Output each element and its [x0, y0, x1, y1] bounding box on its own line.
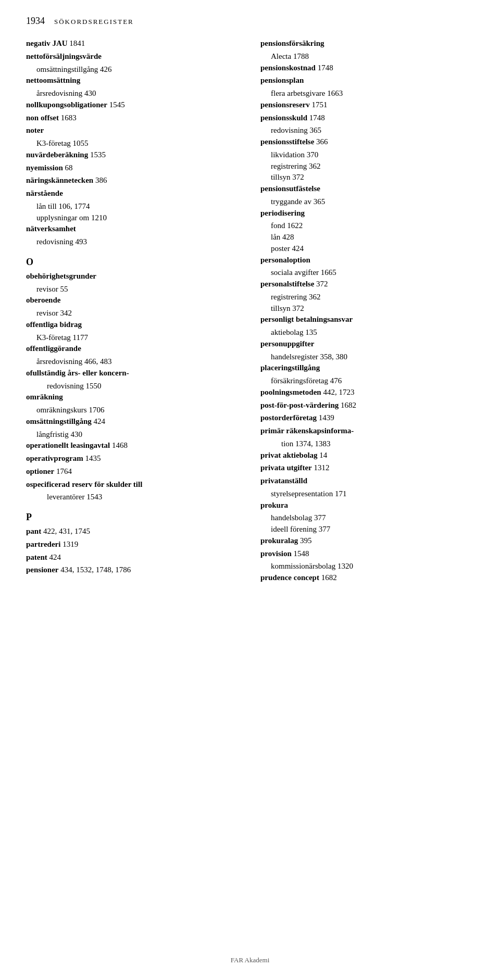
entry-keyword: post-för-post-värdering — [260, 401, 339, 409]
entry-keyword: poolningsmetoden — [260, 388, 321, 396]
entry-keyword: placeringstillgång — [260, 363, 320, 372]
entry-keyword: operativprogram — [26, 454, 83, 462]
entry-keyword: närstående — [26, 189, 63, 197]
entry-keyword: operationellt leasingavtal — [26, 441, 110, 449]
entry-sub2: leverantörer 1543 — [26, 492, 240, 503]
entry-sub: registrering 362 — [260, 292, 474, 303]
entry-number: 422, 431, 1745 — [41, 527, 90, 535]
entry-keyword: noter — [26, 126, 44, 134]
entry-sub: handelsregister 358, 380 — [260, 351, 474, 363]
entry-sub: tillsyn 372 — [260, 172, 474, 183]
index-entry: närstående — [26, 188, 240, 199]
index-entry: omräkning — [26, 392, 240, 403]
entry-keyword: patent — [26, 553, 47, 561]
entry-keyword: pensionskostnad — [260, 64, 316, 72]
entry-sub: registrering 362 — [260, 161, 474, 172]
index-entry: pensionsförsäkring — [260, 38, 474, 49]
index-entry: prudence concept 1682 — [260, 572, 474, 584]
entry-sub: tillsyn 372 — [260, 303, 474, 315]
entry-number: 442, 1723 — [321, 388, 355, 396]
index-entry: personalstiftelse 372 — [260, 279, 474, 290]
entry-sub: kommissionärsbolag 1320 — [260, 561, 474, 572]
section-letter: O — [26, 255, 240, 269]
entry-keyword: näringskännetecken — [26, 176, 93, 184]
entry-keyword: ofullständig års- eller koncern- — [26, 369, 129, 377]
entry-keyword: nätverksamhet — [26, 224, 76, 233]
entry-keyword: provision — [260, 549, 292, 558]
index-entry: ofullständig års- eller koncern- — [26, 368, 240, 379]
entry-keyword: personaloption — [260, 256, 310, 264]
entry-sub: aktiebolag 135 — [260, 327, 474, 338]
entry-sub: redovisning 493 — [26, 236, 240, 248]
right-column: pensionsförsäkringAlecta 1788pensionskos… — [260, 38, 474, 585]
index-entry: operationellt leasingavtal 1468 — [26, 440, 240, 451]
entry-sub2: tion 1374, 1383 — [260, 438, 474, 450]
entry-number: 1683 — [59, 114, 77, 122]
entry-sub: fond 1622 — [260, 220, 474, 232]
entry-keyword: nettoomsättning — [26, 76, 80, 84]
index-entry: periodisering — [260, 208, 474, 219]
entry-sub: försäkringsföretag 476 — [260, 375, 474, 387]
entry-sub: årsredovisning 430 — [26, 88, 240, 99]
index-entry: nettoomsättning — [26, 75, 240, 86]
entry-keyword: nuvärdeberäkning — [26, 150, 88, 159]
index-entry: primär räkenskapsinforma- — [260, 425, 474, 437]
entry-sub: revisor 55 — [26, 284, 240, 295]
entry-number: 1545 — [107, 100, 125, 109]
entry-sub: upplysningar om 1210 — [26, 212, 240, 224]
index-entry: personligt betalningsansvar — [260, 314, 474, 325]
index-entry: oberoende — [26, 295, 240, 306]
entry-number: 1312 — [312, 463, 330, 472]
entry-keyword: privat aktiebolag — [260, 451, 318, 459]
entry-number: 1748 — [307, 114, 325, 122]
left-column: negativ JAU 1841nettoförsäljningsvärdeom… — [26, 38, 240, 585]
entry-keyword: nettoförsäljningsvärde — [26, 52, 102, 60]
entry-keyword: offentliga bidrag — [26, 320, 82, 329]
section-letter: P — [26, 510, 240, 524]
entry-number: 1764 — [54, 467, 72, 475]
index-entry: nuvärdeberäkning 1535 — [26, 149, 240, 161]
entry-number: 1748 — [316, 64, 333, 72]
index-entry: non offset 1683 — [26, 112, 240, 124]
page-container: 1934 Sökordsregister negativ JAU 1841net… — [0, 0, 500, 617]
entry-number: 1548 — [292, 549, 309, 558]
index-entry: omsättningstillgång 424 — [26, 416, 240, 428]
index-entry: operativprogram 1435 — [26, 453, 240, 464]
index-entry: noter — [26, 125, 240, 136]
entry-keyword: pensionsreserv — [260, 100, 310, 109]
entry-number: 1319 — [60, 540, 78, 548]
index-entry: negativ JAU 1841 — [26, 38, 240, 49]
entry-number: 1468 — [110, 441, 128, 449]
entry-number: 395 — [298, 536, 311, 545]
entry-sub: omsättningstillgång 426 — [26, 64, 240, 76]
index-entry: pensionskostnad 1748 — [260, 62, 474, 74]
entry-number: 1682 — [319, 573, 337, 582]
entry-sub: omräkningskurs 1706 — [26, 405, 240, 416]
entry-keyword: omsättningstillgång — [26, 417, 92, 425]
index-entry: pensionsskuld 1748 — [260, 112, 474, 124]
index-entry: pensioner 434, 1532, 1748, 1786 — [26, 564, 240, 576]
index-entry: post-för-post-värdering 1682 — [260, 400, 474, 411]
index-entry: provision 1548 — [260, 548, 474, 560]
entry-sub: Alecta 1788 — [260, 51, 474, 62]
entry-number: 424 — [47, 553, 61, 561]
entry-sub: tryggande av 365 — [260, 196, 474, 208]
entry-sub: K3-företag 1177 — [26, 332, 240, 344]
entry-number: 1682 — [339, 401, 356, 409]
entry-keyword: postorderföretag — [260, 413, 317, 422]
index-entry: prokuralag 395 — [260, 535, 474, 547]
content-columns: negativ JAU 1841nettoförsäljningsvärdeom… — [26, 38, 474, 585]
index-entry: pensionsstiftelse 366 — [260, 136, 474, 148]
entry-sub: poster 424 — [260, 243, 474, 255]
index-entry: pensionsplan — [260, 75, 474, 86]
entry-keyword: nyemission — [26, 164, 63, 172]
entry-sub: ideell förening 377 — [260, 524, 474, 535]
entry-number: 1439 — [317, 413, 334, 422]
entry-keyword: ospecificerad reserv för skulder till — [26, 480, 142, 488]
entry-keyword: pensionsförsäkring — [260, 39, 324, 47]
entry-number: 386 — [93, 176, 107, 184]
entry-keyword: privata utgifter — [260, 463, 312, 472]
entry-keyword: negativ JAU — [26, 39, 68, 47]
index-entry: pant 422, 431, 1745 — [26, 526, 240, 537]
index-entry: personuppgifter — [260, 338, 474, 350]
